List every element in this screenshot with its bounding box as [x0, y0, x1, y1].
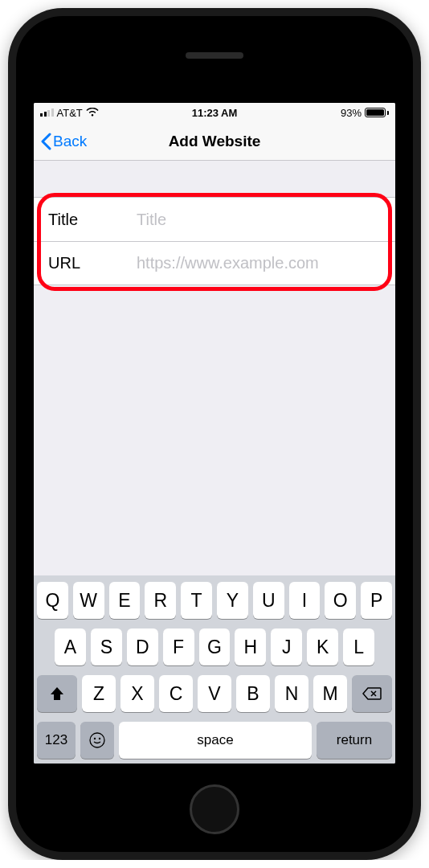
key-j[interactable]: J [271, 628, 302, 665]
back-label: Back [53, 133, 87, 150]
space-key[interactable]: space [119, 722, 312, 759]
svg-point-1 [94, 738, 96, 739]
battery-icon [365, 108, 389, 117]
key-g[interactable]: G [199, 628, 231, 665]
emoji-key[interactable] [80, 722, 114, 759]
keyboard: Q W E R T Y U I O P A S D F G H [34, 575, 395, 764]
url-row: URL [34, 241, 395, 285]
key-o[interactable]: O [325, 582, 356, 619]
url-label: URL [48, 254, 137, 272]
backspace-key[interactable] [352, 675, 392, 712]
key-l[interactable]: L [343, 628, 374, 665]
status-left: AT&T [40, 107, 99, 119]
keyboard-row-3: Z X C V B N M [37, 675, 392, 712]
wifi-icon [86, 108, 99, 117]
back-button[interactable]: Back [40, 133, 87, 150]
keyboard-row-2: A S D F G H J K L [37, 628, 392, 665]
key-s[interactable]: S [91, 628, 122, 665]
svg-point-0 [90, 733, 104, 747]
key-r[interactable]: R [145, 582, 176, 619]
mode-key[interactable]: 123 [37, 722, 76, 759]
carrier-label: AT&T [57, 107, 83, 119]
title-label: Title [48, 211, 137, 229]
key-b[interactable]: B [236, 675, 270, 712]
signal-icon [40, 108, 54, 117]
device-frame: AT&T 11:23 AM 93% [8, 8, 421, 860]
key-x[interactable]: X [121, 675, 154, 712]
home-button[interactable] [190, 784, 239, 834]
form-group: Title URL [34, 197, 395, 285]
key-h[interactable]: H [235, 628, 266, 665]
key-e[interactable]: E [109, 582, 141, 619]
title-input[interactable] [137, 211, 381, 229]
key-q[interactable]: Q [37, 582, 68, 619]
nav-bar: Back Add Website [34, 122, 395, 161]
key-f[interactable]: F [163, 628, 194, 665]
device-inner: AT&T 11:23 AM 93% [16, 16, 413, 852]
chevron-left-icon [40, 133, 51, 150]
key-v[interactable]: V [198, 675, 231, 712]
svg-point-2 [99, 738, 100, 739]
key-m[interactable]: M [313, 675, 347, 712]
return-key[interactable]: return [317, 722, 392, 759]
key-y[interactable]: Y [217, 582, 248, 619]
keyboard-row-4: 123 space return [37, 722, 392, 759]
title-row: Title [34, 198, 395, 241]
battery-percent-label: 93% [341, 107, 362, 119]
key-t[interactable]: T [181, 582, 212, 619]
key-p[interactable]: P [361, 582, 392, 619]
key-z[interactable]: Z [82, 675, 116, 712]
url-input[interactable] [137, 254, 381, 272]
speaker-grill [186, 52, 243, 59]
key-w[interactable]: W [73, 582, 104, 619]
key-k[interactable]: K [307, 628, 338, 665]
key-u[interactable]: U [253, 582, 284, 619]
keyboard-row-1: Q W E R T Y U I O P [37, 582, 392, 619]
key-i[interactable]: I [289, 582, 321, 619]
screen: AT&T 11:23 AM 93% [34, 103, 395, 764]
key-d[interactable]: D [127, 628, 158, 665]
key-n[interactable]: N [275, 675, 308, 712]
key-a[interactable]: A [55, 628, 86, 665]
key-c[interactable]: C [159, 675, 193, 712]
status-right: 93% [341, 107, 389, 119]
status-bar: AT&T 11:23 AM 93% [34, 103, 395, 122]
shift-key[interactable] [37, 675, 77, 712]
clock-label: 11:23 AM [192, 107, 238, 119]
page-title: Add Website [169, 133, 261, 150]
content-area: Title URL [34, 161, 395, 575]
